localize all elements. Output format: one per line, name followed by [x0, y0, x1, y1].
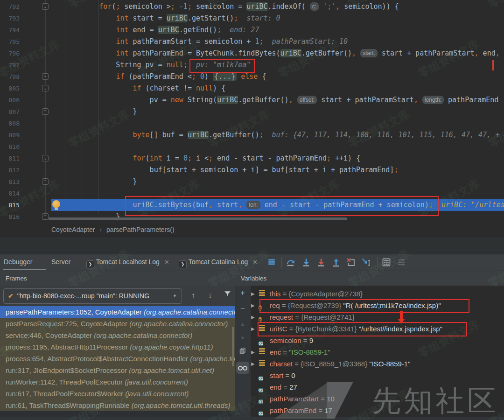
code-line[interactable]: for(; semicolon >; -1; semicolon = uriBC…: [0, 1, 504, 13]
breadcrumb-method[interactable]: parsePathParameters(): [106, 226, 175, 233]
run-to-cursor-icon[interactable]: [361, 258, 371, 268]
frame-up-button[interactable]: ↑: [191, 290, 195, 301]
tab-debugger[interactable]: Debugger: [4, 254, 33, 270]
evaluate-expression-icon[interactable]: [382, 258, 392, 268]
expand-arrow-icon[interactable]: ▶: [251, 311, 255, 323]
debug-toolwindow-header: [0, 236, 504, 254]
code-line[interactable]: byte[] buf = uriBC.getBuffer(); buf: {47…: [0, 129, 504, 141]
force-step-into-icon[interactable]: [316, 258, 327, 268]
tab-tomcat-localhost-log[interactable]: ❯ Tomcat Localhost Log✕: [86, 254, 169, 270]
tab-tomcat-catalina-log[interactable]: ❯ Tomcat Catalina Log✕: [179, 254, 258, 270]
prim-icon: 01: [259, 336, 266, 344]
console-icon: ❯: [179, 260, 187, 268]
code-line[interactable]: [0, 118, 504, 129]
variable-row-end[interactable]: 01end = 27: [251, 381, 504, 393]
filter-funnel-icon[interactable]: [224, 290, 231, 301]
param-icon: p: [259, 313, 266, 321]
code-line[interactable]: int end = uriBC.getEnd(); end: 27: [0, 24, 504, 36]
variables-toolbar: + − ▲ ▼: [235, 286, 251, 420]
expand-arrow-icon[interactable]: ▶: [251, 288, 255, 300]
breadcrumb-class[interactable]: CoyoteAdapter: [51, 226, 95, 233]
frames-scrollbar[interactable]: [232, 327, 234, 366]
breadcrumb-separator: ›: [99, 226, 102, 233]
field-icon: [259, 360, 266, 367]
toolwindow-tabbar: DebuggerServer❯ Tomcat Localhost Log✕❯ T…: [0, 254, 504, 271]
add-watch-button[interactable]: +: [235, 288, 251, 298]
remove-watch-button[interactable]: −: [235, 304, 251, 314]
field-icon: [259, 325, 266, 332]
variable-row-charset[interactable]: ▶charset = {ISO_8859_1@3368} "ISO-8859-1…: [251, 358, 504, 370]
code-line[interactable]: int pathParamStart = semicolon + 1; path…: [0, 36, 504, 48]
frames-panel: ✔"http-bio-8080-exec-...roup "main": RUN…: [0, 286, 235, 420]
annotation-arrow-down: [400, 311, 403, 320]
code-line[interactable]: uriBC.setBytes(buf, start, len: end - st…: [0, 199, 504, 211]
variable-row-uriBC[interactable]: ▶uriBC = {ByteChunk@3341} "/urltest//ind…: [251, 323, 504, 335]
layout-settings-icon: [397, 258, 407, 268]
expand-arrow-icon[interactable]: ▶: [251, 323, 255, 335]
code-line[interactable]: [0, 141, 504, 153]
code-line[interactable]: for(int i = 0; i <; end - start - pathPa…: [0, 153, 504, 164]
step-into-icon[interactable]: [301, 258, 312, 268]
expand-arrow-icon[interactable]: ▶: [251, 358, 255, 370]
code-line[interactable]: }: [0, 106, 504, 118]
move-down-button[interactable]: ▼: [235, 335, 251, 341]
frame-row[interactable]: run:317, JIoEndpoint$SocketProcessor (or…: [0, 364, 235, 376]
frame-row[interactable]: run:617, ThreadPoolExecutor$Worker (java…: [0, 388, 235, 399]
close-icon[interactable]: ✕: [252, 259, 258, 266]
toolbar-separator: [377, 257, 378, 268]
variable-row-semicolon[interactable]: 01semicolon = 9: [251, 335, 504, 346]
frames-panel-title: Frames: [6, 271, 27, 286]
thread-status-icon: ✔: [8, 292, 14, 300]
duplicate-icon[interactable]: [235, 347, 251, 357]
frame-row[interactable]: service:446, CoyoteAdapter (org.apache.c…: [0, 329, 235, 341]
drop-frame-icon[interactable]: [346, 258, 357, 268]
code-editor[interactable]: 792⌄793794795796797798+805⌄806807⌃808809…: [0, 0, 504, 223]
param-icon: p: [259, 301, 266, 309]
code-line[interactable]: int pathParamEnd = ByteChunk.findBytes(u…: [0, 48, 504, 59]
tab-server[interactable]: Server: [51, 254, 70, 270]
code-line[interactable]: if (charset != null) {: [0, 83, 504, 94]
variable-row-start[interactable]: 01start = 0: [251, 370, 504, 381]
variable-row-request[interactable]: ▶prequest = {Request@2741}: [251, 311, 504, 323]
horizontal-scrollbar[interactable]: [49, 217, 347, 220]
prim-icon: 01: [259, 395, 266, 402]
variable-row-enc[interactable]: ▶enc = "ISO-8859-1": [251, 346, 504, 358]
code-line[interactable]: buf[start + semicolon + i] = buf[start +…: [0, 164, 504, 176]
variables-panel-title: Variables: [241, 271, 266, 286]
close-icon[interactable]: ✕: [164, 259, 169, 266]
step-out-icon[interactable]: [331, 258, 342, 268]
code-line[interactable]: [0, 188, 504, 199]
window-bottom-edge: [0, 417, 504, 420]
breakpoints-menu-icon[interactable]: [267, 258, 278, 268]
field-icon: [259, 348, 266, 356]
prim-icon: 01: [259, 371, 266, 379]
variable-row-pathParamEnd[interactable]: 01pathParamEnd = 17: [251, 405, 504, 416]
frame-row[interactable]: parsePathParameters:1052, CoyoteAdapter …: [0, 306, 235, 318]
toolbar-separator: [281, 257, 282, 268]
step-over-icon[interactable]: [286, 258, 296, 268]
variable-row-pathParamStart[interactable]: 01pathParamStart = 10: [251, 393, 504, 405]
error-stripe-mark: [492, 60, 494, 70]
frame-row[interactable]: runWorker:1142, ThreadPoolExecutor (java…: [0, 376, 235, 388]
expand-arrow-icon[interactable]: ▶: [251, 346, 255, 358]
code-line[interactable]: pv = new String(uriBC.getBuffer(), offse…: [0, 94, 504, 106]
prim-icon: 01: [259, 383, 266, 391]
move-up-button[interactable]: ▲: [235, 321, 251, 327]
frame-row[interactable]: run:61, TaskThread$WrappingRunnable (org…: [0, 399, 235, 411]
variable-row-this[interactable]: ▶this = {CoyoteAdapter@2738}: [251, 288, 504, 300]
code-line[interactable]: String pv = null; pv: "mi1k7ea": [0, 59, 504, 71]
expand-arrow-icon[interactable]: ▶: [251, 300, 255, 311]
panel-headers: Frames Variables: [0, 271, 504, 286]
code-line[interactable]: if (pathParamEnd <; 0) {...} else {: [0, 71, 504, 83]
console-icon: ❯: [86, 260, 94, 268]
show-watches-glasses-icon[interactable]: [236, 362, 249, 374]
code-line[interactable]: }: [0, 176, 504, 188]
frame-row[interactable]: process:654, AbstractProtocol$AbstractCo…: [0, 353, 235, 364]
thread-selector-dropdown[interactable]: ✔"http-bio-8080-exec-...roup "main": RUN…: [3, 288, 182, 304]
variable-row-req[interactable]: ▶preq = {Request@2739} "R( /urltest/;mi1…: [251, 300, 504, 311]
code-line[interactable]: int start = uriBC.getStart(); start: 0: [0, 13, 504, 24]
frame-down-button[interactable]: ↓: [208, 290, 212, 301]
code-line[interactable]: }: [0, 211, 504, 223]
frame-row[interactable]: process:1195, AbstractHttp11Processor (o…: [0, 341, 235, 353]
frame-row[interactable]: postParseRequest:725, CoyoteAdapter (org…: [0, 318, 235, 329]
